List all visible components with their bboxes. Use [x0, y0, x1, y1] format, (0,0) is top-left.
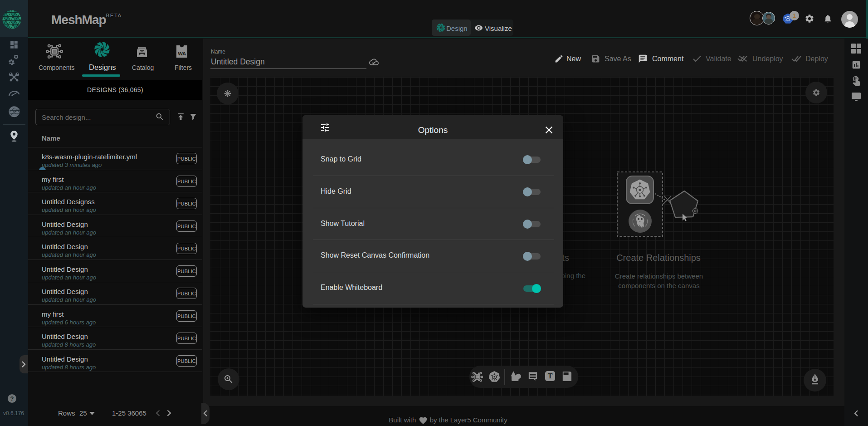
svg-text:WA: WA	[178, 51, 186, 56]
